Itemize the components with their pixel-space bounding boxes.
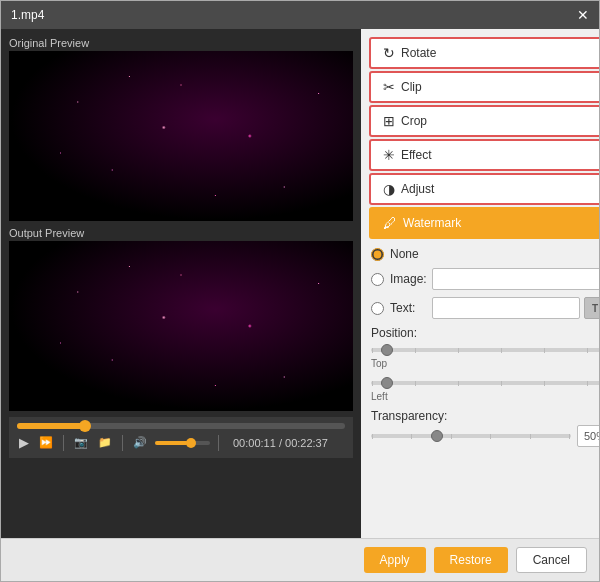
close-button[interactable]: ✕ bbox=[577, 8, 589, 22]
left-panel: Original Preview Output Preview bbox=[1, 29, 361, 538]
apply-button[interactable]: Apply bbox=[364, 547, 426, 573]
effect-label: Effect bbox=[401, 148, 431, 162]
tick-6 bbox=[587, 348, 588, 353]
adjust-tool-button[interactable]: ◑ Adjust bbox=[369, 173, 599, 205]
watermark-tool-button[interactable]: 🖊 Watermark bbox=[369, 207, 599, 239]
position-v-track[interactable] bbox=[371, 381, 599, 385]
tool-buttons: ↻ Rotate ✂ Clip ⊞ Crop ✳ Effect ◑ Adju bbox=[361, 29, 599, 239]
output-preview-section: Output Preview bbox=[9, 227, 353, 411]
time-total: 00:22:37 bbox=[285, 437, 328, 449]
volume-handle[interactable] bbox=[186, 438, 196, 448]
original-video-preview bbox=[9, 51, 353, 221]
image-input-row: Image: … bbox=[390, 268, 599, 290]
position-section: Position: bbox=[371, 326, 599, 402]
rotate-tool-button[interactable]: ↻ Rotate bbox=[369, 37, 599, 69]
position-v-slider-container[interactable] bbox=[371, 375, 599, 391]
none-radio-label[interactable]: None bbox=[390, 247, 419, 261]
transparency-track[interactable] bbox=[371, 434, 571, 438]
tick-t-6 bbox=[569, 434, 570, 439]
rotate-label: Rotate bbox=[401, 46, 436, 60]
divider-3 bbox=[218, 435, 219, 451]
volume-button[interactable]: 🔊 bbox=[131, 434, 149, 451]
tick-4 bbox=[501, 348, 502, 353]
original-stars-bg bbox=[9, 51, 353, 221]
divider-2 bbox=[122, 435, 123, 451]
watermark-label: Watermark bbox=[403, 216, 461, 230]
cancel-button[interactable]: Cancel bbox=[516, 547, 587, 573]
transparency-label: Transparency: bbox=[371, 409, 599, 423]
time-display: 00:00:11 / 00:22:37 bbox=[233, 437, 328, 449]
tick-t-2 bbox=[411, 434, 412, 439]
progress-fill bbox=[17, 423, 83, 429]
clip-tool-button[interactable]: ✂ Clip bbox=[369, 71, 599, 103]
tick-t-3 bbox=[451, 434, 452, 439]
bottom-bar: Apply Restore Cancel bbox=[1, 538, 599, 581]
none-radio[interactable] bbox=[371, 248, 384, 261]
time-separator: / bbox=[279, 437, 282, 449]
window-title: 1.mp4 bbox=[11, 8, 44, 22]
main-window: 1.mp4 ✕ Original Preview Output Preview bbox=[0, 0, 600, 582]
tick-t-5 bbox=[530, 434, 531, 439]
tick-5 bbox=[544, 348, 545, 353]
fast-forward-button[interactable]: ⏩ bbox=[37, 434, 55, 451]
progress-handle[interactable] bbox=[79, 420, 91, 432]
text-radio-row: Text: T … bbox=[371, 297, 599, 319]
top-label: Top bbox=[371, 358, 387, 369]
snapshot-button[interactable]: 📷 bbox=[72, 434, 90, 451]
tick-v-4 bbox=[501, 381, 502, 386]
image-radio[interactable] bbox=[371, 273, 384, 286]
output-preview-label: Output Preview bbox=[9, 227, 353, 239]
controls-bar: ▶ ⏩ 📷 📁 🔊 00:00:11 / 00:22:37 bbox=[9, 417, 353, 458]
adjust-label: Adjust bbox=[401, 182, 434, 196]
text-format-button[interactable]: T bbox=[584, 297, 599, 319]
transparency-select[interactable]: 50% bbox=[577, 425, 599, 447]
play-button[interactable]: ▶ bbox=[17, 433, 31, 452]
time-current: 00:00:11 bbox=[233, 437, 276, 449]
volume-slider[interactable] bbox=[155, 441, 210, 445]
position-h-handle[interactable] bbox=[381, 344, 393, 356]
controls-row: ▶ ⏩ 📷 📁 🔊 00:00:11 / 00:22:37 bbox=[17, 433, 345, 452]
text-input-label: Text: bbox=[390, 301, 428, 315]
image-radio-row: Image: … bbox=[371, 268, 599, 290]
text-value-input[interactable] bbox=[432, 297, 580, 319]
tick-v-3 bbox=[458, 381, 459, 386]
rotate-icon: ↻ bbox=[383, 45, 395, 61]
position-v-handle[interactable] bbox=[381, 377, 393, 389]
folder-button[interactable]: 📁 bbox=[96, 434, 114, 451]
tick-1 bbox=[372, 348, 373, 353]
transparency-handle[interactable] bbox=[431, 430, 443, 442]
position-v-ticks bbox=[371, 381, 599, 386]
position-h-ticks bbox=[371, 348, 599, 353]
tick-v-1 bbox=[372, 381, 373, 386]
none-radio-row: None bbox=[371, 247, 599, 261]
tick-v-2 bbox=[415, 381, 416, 386]
progress-bar[interactable] bbox=[17, 423, 345, 429]
effect-icon: ✳ bbox=[383, 147, 395, 163]
restore-button[interactable]: Restore bbox=[434, 547, 508, 573]
divider-1 bbox=[63, 435, 64, 451]
text-radio[interactable] bbox=[371, 302, 384, 315]
image-input-label: Image: bbox=[390, 272, 428, 286]
position-label: Position: bbox=[371, 326, 599, 340]
text-input-row: Text: T … bbox=[390, 297, 599, 319]
left-label: Left bbox=[371, 391, 388, 402]
transparency-section: Transparency: bbox=[371, 409, 599, 447]
original-preview-section: Original Preview bbox=[9, 37, 353, 221]
position-h-track[interactable] bbox=[371, 348, 599, 352]
crop-label: Crop bbox=[401, 114, 427, 128]
clip-icon: ✂ bbox=[383, 79, 395, 95]
tick-v-5 bbox=[544, 381, 545, 386]
transparency-ticks bbox=[371, 434, 571, 439]
position-v-labels: Left Right bbox=[371, 391, 599, 402]
adjust-icon: ◑ bbox=[383, 181, 395, 197]
position-h-labels: Top Bottom bbox=[371, 358, 599, 369]
position-h-slider-container[interactable] bbox=[371, 342, 599, 358]
tick-t-4 bbox=[490, 434, 491, 439]
crop-tool-button[interactable]: ⊞ Crop bbox=[369, 105, 599, 137]
tick-2 bbox=[415, 348, 416, 353]
crop-icon: ⊞ bbox=[383, 113, 395, 129]
watermark-icon: 🖊 bbox=[383, 215, 397, 231]
image-path-input[interactable] bbox=[432, 268, 599, 290]
effect-tool-button[interactable]: ✳ Effect bbox=[369, 139, 599, 171]
transparency-row: 50% bbox=[371, 425, 599, 447]
